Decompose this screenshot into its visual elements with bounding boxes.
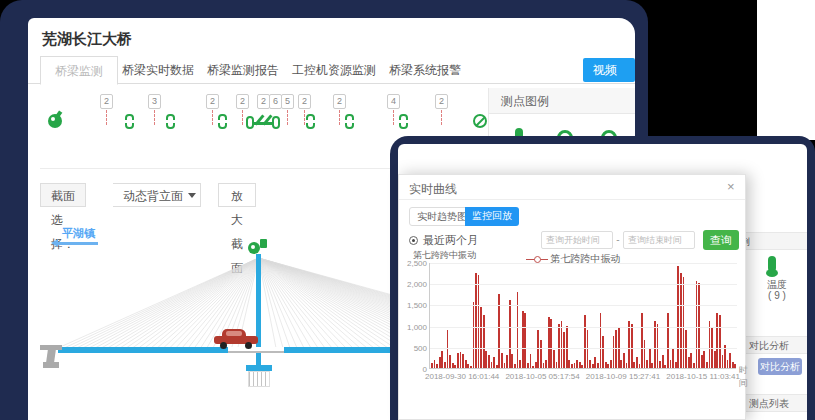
bar [675,362,677,368]
bar [571,364,573,368]
tab-system-alarm[interactable]: 桥梁系统报警 [375,56,475,84]
sensor-count-badge[interactable]: 2 [100,94,113,109]
x-axis-ticks: 2018-09-30 16:01:442018-10-05 05:17:5420… [425,372,740,381]
sensor-count-badge[interactable]: 2 [298,94,311,109]
bar [587,330,589,368]
bar [540,340,542,368]
sidebar-legend-title: 测点图例 [746,233,750,250]
sensor-count-badge[interactable]: 3 [148,94,161,109]
sensor-count-badge[interactable]: 4 [387,94,400,109]
bar [530,354,532,368]
bar [701,355,703,368]
bar [683,277,685,368]
bar [600,313,602,368]
prohibited-icon[interactable] [473,114,487,128]
bar [631,324,633,369]
bar [579,362,581,368]
bar [706,362,708,368]
video-monitor-button[interactable]: 视频监控 [583,58,635,82]
tab-monitor-playback[interactable]: 监控回放 [465,207,519,226]
bar [444,362,446,368]
bar [522,311,524,368]
bar [519,360,521,369]
bar [470,366,472,369]
close-icon[interactable]: × [727,179,735,194]
bar [441,351,443,368]
gridline [430,305,737,306]
y-axis-tick: 1,500 [400,301,427,310]
x-axis-tick: 2018-10-05 05:17:54 [505,372,579,381]
sensor-count-badge[interactable]: 2 [206,94,219,109]
bar [722,355,724,368]
bar [610,360,612,369]
bar [589,360,591,369]
bar [447,330,449,368]
chain-link-icon[interactable] [125,114,134,129]
tab-bridge-monitor[interactable]: 桥梁监测 [40,56,118,85]
bar [537,330,539,368]
chain-link-icon[interactable] [218,114,227,129]
bar [727,360,729,369]
chain-link-icon[interactable] [399,114,408,129]
dashed-line [287,110,288,125]
bar [685,330,687,368]
bar [602,336,604,368]
sensor-count-badge[interactable]: 2 [333,94,346,109]
bar [457,353,459,368]
query-button[interactable]: 查询 [703,230,739,250]
bar [615,330,617,368]
start-time-input[interactable] [541,231,613,249]
y-axis-tick: 1,000 [400,323,427,332]
bar [576,360,578,369]
bar [527,363,529,368]
chain-link-icon[interactable] [306,114,315,129]
bar [667,313,669,368]
realtime-curve-modal: 实时曲线 × 实时趋势图 监控回放 最近两个月 - 查询 第七跨跨中振动 第七跨… [398,174,746,420]
bar [672,349,674,368]
y-axis-tick: 500 [400,344,427,353]
modal-title: 实时曲线 [409,181,457,198]
camera-icon[interactable] [248,242,260,254]
bar [654,321,656,368]
sensor-count-badge[interactable]: 2 [236,94,249,109]
bar [558,324,560,369]
y-axis-tick: 0 [400,365,427,374]
bar [709,321,711,368]
sensor-count-badge[interactable]: 5 [281,94,294,109]
left-pier [43,362,59,368]
bar [646,360,648,369]
dashed-line [393,110,394,125]
bar [509,300,511,368]
chain-link-icon[interactable] [166,114,175,129]
dashed-line [339,110,340,125]
bar [696,281,698,368]
bar [431,363,433,368]
bar [605,362,607,368]
thermometer-icon[interactable] [768,256,776,272]
bar [734,364,736,368]
bar [563,332,565,368]
bar [680,273,682,368]
bar [693,363,695,368]
bar [491,362,493,368]
screenshot-canvas: 芜湖长江大桥 桥梁监测 桥梁实时数据 桥梁监测报告 工控机资源监测 桥梁系统报警… [0,0,815,420]
sidebar-legend-header: 测点图例 [746,232,807,250]
chain-link-icon[interactable] [345,114,354,129]
bar [568,360,570,368]
bar [462,354,464,368]
bar [732,362,734,368]
bar [543,363,545,368]
end-time-input[interactable] [623,231,695,249]
radio-last-two-months[interactable] [409,236,418,245]
bridge-sensor-icon[interactable] [246,112,282,130]
bar [639,364,641,368]
gridline [430,327,737,328]
sensor-count-badge[interactable]: 2 [435,94,448,109]
section-select-label: 截面选择： [40,183,86,207]
tab-ipc-resource[interactable]: 工控机资源监测 [278,56,390,84]
compare-analysis-button[interactable]: 对比分析 [758,358,802,375]
zoom-section-button[interactable]: 放大截面 [218,183,256,207]
load-sensor-icon[interactable] [48,114,62,128]
bar [548,317,550,368]
bar [620,360,622,368]
